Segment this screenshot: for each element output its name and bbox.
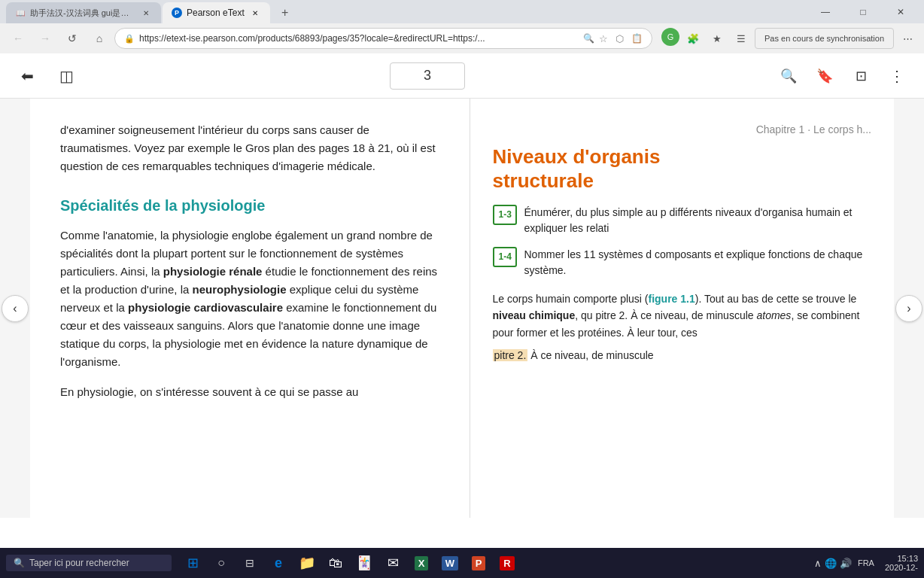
task-view-button[interactable]: ○	[208, 549, 235, 576]
more-icon: ⋮	[889, 67, 904, 85]
start-button[interactable]: ⊞	[179, 549, 206, 576]
renale-bold: physiologie rénale	[163, 265, 263, 278]
prev-arrow-button[interactable]: ‹	[2, 295, 29, 322]
app-red-button[interactable]: R	[494, 549, 521, 576]
excel-button[interactable]: X	[408, 549, 435, 576]
tab-chinese-dict[interactable]: 📖 助手法汉-汉法词典 gui是什... ✕	[6, 2, 161, 23]
collections-btn[interactable]: ☰	[731, 28, 752, 49]
tab-label-pearson: Pearson eText	[187, 8, 245, 18]
star-icon[interactable]: ☆	[599, 33, 608, 44]
structural-section-title: Niveaux d'organis structurale	[493, 145, 872, 192]
page-right: Chapitre 1 · Le corps h... Niveaux d'org…	[470, 99, 895, 518]
minimize-button[interactable]: —	[808, 0, 843, 23]
solitaire-icon: 🃏	[356, 555, 372, 571]
start-icon: ⊞	[187, 555, 199, 571]
chapter-header: Chapitre 1 · Le corps h...	[493, 121, 872, 138]
back-to-toc-button[interactable]: ⬅	[12, 61, 42, 91]
close-button[interactable]: ✕	[883, 0, 918, 23]
window-controls: — □ ✕	[808, 0, 918, 23]
neuro-bold: neurophysiologie	[192, 283, 286, 296]
search-url-icon: 🔍	[583, 33, 594, 44]
search-button[interactable]: 🔍	[774, 61, 804, 91]
edge-button[interactable]: e	[265, 549, 292, 576]
tab-pearson[interactable]: P Pearson eText ✕	[163, 2, 270, 23]
extensions-icon[interactable]: ⬡	[615, 33, 624, 44]
settings-btn[interactable]: ⋯	[897, 28, 918, 49]
address-icons: G 🧩 ★ ☰ Pas en cours de synchronisation …	[661, 28, 918, 49]
right-body-paragraph: Le corps humain comporte plusi (figure 1…	[493, 291, 872, 341]
taskbar-right: ∧ 🌐 🔊 FRA 15:13 2020-12-	[814, 554, 924, 572]
address-input[interactable]: 🔒 https://etext-ise.pearson.com/products…	[114, 28, 652, 49]
tab-favicon-chinese: 📖	[15, 8, 26, 18]
address-bar: ← → ↺ ⌂ 🔒 https://etext-ise.pearson.com/…	[0, 23, 924, 53]
cardio-bold: physiologie cardiovasculaire	[128, 301, 283, 314]
next-arrow-button[interactable]: ›	[895, 295, 922, 322]
objective-badge-1-3: 1-3	[493, 205, 517, 225]
profile-icon[interactable]: G	[661, 28, 679, 46]
taskbar-search-icon: 🔍	[14, 558, 25, 568]
forward-button[interactable]: →	[33, 26, 57, 50]
niveau-chimique: niveau chimique	[493, 309, 576, 321]
mail-icon: ✉	[388, 555, 399, 571]
right-body-pitre: pitre 2. À ce niveau, de minuscule	[493, 347, 872, 364]
volume-icon: 🔊	[840, 558, 852, 569]
mail-button[interactable]: ✉	[379, 549, 406, 576]
learning-objective-1-4: 1-4 Nommer les 11 systèmes d composants …	[493, 247, 872, 278]
network-icon: 🌐	[825, 558, 837, 569]
left-arrow-icon: ‹	[13, 302, 17, 315]
search-icon: 🔍	[780, 68, 797, 84]
right-body-text: Le corps humain comporte plusi (figure 1…	[493, 291, 872, 364]
app-red-icon: R	[500, 556, 514, 570]
section-title-line1: Niveaux d'organis	[493, 145, 661, 168]
home-button[interactable]: ⌂	[87, 26, 111, 50]
physiology-paragraph: Comme l'anatomie, la physiologie englobe…	[60, 227, 439, 371]
folder-icon: 📁	[299, 555, 315, 571]
pitre-highlight: pitre 2.	[493, 349, 528, 361]
new-tab-button[interactable]: +	[275, 2, 296, 23]
word-icon: W	[442, 556, 458, 570]
file-explorer-button[interactable]: 📁	[293, 549, 321, 576]
refresh-button[interactable]: ↺	[60, 26, 84, 50]
title-bar: 📖 助手法汉-汉法词典 gui是什... ✕ P Pearson eText ✕…	[0, 0, 924, 23]
taskbar-icons: ⊞ ○ ⊟ e 📁 🛍 🃏 ✉ X W P	[179, 549, 521, 576]
powerpoint-icon: P	[472, 556, 486, 570]
tab-close-pearson[interactable]: ✕	[249, 7, 261, 19]
toolbar-right-buttons: 🔍 🔖 ⊡ ⋮	[774, 61, 912, 91]
taskbar-search[interactable]: 🔍 Taper ici pour rechercher	[6, 555, 172, 571]
bookmark-button[interactable]: 🔖	[810, 61, 840, 91]
objective-text-1-3: Énumérer, du plus simple au p différents…	[524, 205, 872, 236]
sidebar-icon: ◫	[59, 67, 74, 85]
word-button[interactable]: W	[436, 549, 464, 576]
taskbar: 🔍 Taper ici pour rechercher ⊞ ○ ⊟ e 📁 🛍 …	[0, 548, 924, 578]
bookmark-icon: 🔖	[816, 68, 833, 84]
sidebar-toggle-button[interactable]: ◫	[51, 61, 81, 91]
collections-icon[interactable]: 📋	[631, 33, 643, 44]
section-title-line2: structurale	[493, 169, 594, 192]
tab-close-chinese[interactable]: ✕	[140, 7, 152, 19]
powerpoint-button[interactable]: P	[465, 549, 492, 576]
physiology-section-title: Spécialités de la physiologie	[60, 193, 439, 218]
next-page-nav[interactable]: ›	[894, 99, 924, 518]
maximize-button[interactable]: □	[846, 0, 880, 23]
image-view-button[interactable]: ⊡	[846, 61, 876, 91]
objective-badge-1-4: 1-4	[493, 247, 517, 267]
extensions-btn[interactable]: 🧩	[682, 28, 704, 49]
tab-label-chinese: 助手法汉-汉法词典 gui是什...	[30, 8, 135, 19]
back-button[interactable]: ←	[6, 26, 30, 50]
taskbar-clock: 15:13 2020-12-	[885, 554, 918, 572]
sync-label: Pas en cours de synchronisation	[764, 34, 884, 43]
more-options-button[interactable]: ⋮	[882, 61, 912, 91]
page-number-container	[90, 62, 764, 90]
sync-button[interactable]: Pas en cours de synchronisation	[755, 28, 894, 49]
prev-page-nav[interactable]: ‹	[0, 99, 30, 518]
image-icon: ⊡	[856, 68, 867, 84]
multitasking-button[interactable]: ⊟	[236, 549, 263, 576]
store-button[interactable]: 🛍	[322, 549, 349, 576]
page-left: d'examiner soigneusement l'intérieur du …	[30, 99, 470, 518]
lock-icon: 🔒	[124, 34, 135, 44]
page-number-input[interactable]	[390, 62, 465, 90]
favorites-btn[interactable]: ★	[707, 28, 728, 49]
solitaire-button[interactable]: 🃏	[351, 549, 378, 576]
physiology-paragraph2: En physiologie, on s'intéresse souvent à…	[60, 383, 439, 401]
excel-icon: X	[415, 556, 429, 570]
